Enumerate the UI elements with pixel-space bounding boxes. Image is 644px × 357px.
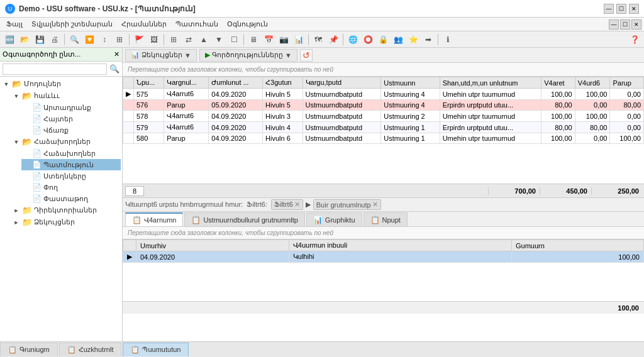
- main-table-container[interactable]: Նpu... Կargnul... Ժumlunut ... Հ3gutun Կ…: [123, 77, 644, 184]
- search-input[interactable]: [3, 63, 107, 75]
- tree-item-hayter[interactable]: 📄 Հայտեր: [21, 113, 121, 124]
- bottom-col-date[interactable]: Umurhiv: [136, 240, 289, 251]
- toolbar-open[interactable]: 📂: [18, 33, 31, 46]
- tree-expand-pogh[interactable]: [23, 184, 30, 191]
- menu-commands[interactable]: Հրամաններ: [118, 19, 170, 30]
- toolbar-chart[interactable]: 📊: [292, 33, 306, 46]
- search-icon[interactable]: 🔍: [109, 64, 119, 74]
- toolbar-grid[interactable]: ⊞: [167, 33, 180, 46]
- tree-expand-artadranq[interactable]: [23, 104, 30, 111]
- toolbar-new[interactable]: 🆕: [3, 33, 16, 46]
- filter-chip-2-close[interactable]: ✕: [372, 200, 378, 209]
- menu-minimize[interactable]: —: [609, 19, 619, 30]
- bottom-table-row[interactable]: ▶ 04.09.2020 Կulhihi 100,00: [123, 251, 644, 263]
- tree-expand-steghnikera[interactable]: [23, 172, 30, 180]
- col-header-v4a[interactable]: V4aret: [541, 77, 575, 89]
- actions-button[interactable]: ▶ Գործողությունները ▼: [199, 49, 297, 62]
- tree-item-patmutjun[interactable]: 📄 Պատմություն: [21, 159, 121, 170]
- tree-expand-phastatogh[interactable]: [23, 195, 30, 202]
- filter-chip-1[interactable]: Ֆiltrt6 ✕: [271, 199, 303, 210]
- tree-expand-direktorianer[interactable]: ►: [13, 207, 20, 214]
- menu-window[interactable]: Պատուհան: [172, 19, 222, 30]
- tree-item-vcharrk[interactable]: 📄 Վճառք: [21, 124, 121, 136]
- toolbar-arrow-r[interactable]: ➡: [421, 33, 435, 46]
- tree-expand-zekuycner[interactable]: ►: [13, 219, 20, 226]
- menu-close[interactable]: ✕: [631, 19, 641, 30]
- tree-item-artadranq[interactable]: 📄 Արտադրանք: [21, 102, 121, 113]
- menu-help[interactable]: Օգնություն: [223, 19, 272, 30]
- menu-restore[interactable]: ☐: [620, 19, 630, 30]
- tab-ustmuurndb[interactable]: 📋 Ustmuurndbullurul grutnumnltp: [184, 212, 304, 226]
- col-header-h[interactable]: Հ3gutun: [263, 77, 303, 89]
- tab-vakarnumn[interactable]: 📋 Վ4arnumn: [125, 212, 183, 226]
- tab-npupt[interactable]: 📋 Npupt: [364, 212, 408, 226]
- tree-item-direktorianer[interactable]: ► 📁 Դիրեկտորիաներ: [11, 204, 121, 216]
- toolbar-sort[interactable]: ↕: [97, 33, 111, 46]
- toolbar-image[interactable]: 🖼: [147, 33, 161, 46]
- toolbar-info[interactable]: ℹ: [441, 33, 455, 46]
- maximize-button[interactable]: ☐: [616, 4, 626, 14]
- col-header-date[interactable]: Ժumlunut ...: [209, 77, 263, 89]
- bottom-table-area[interactable]: Umurhiv Վ4uurmun inbuuli Gumuurn ▶ 04.09…: [123, 239, 644, 301]
- col-header-v4b[interactable]: V4urd6: [575, 77, 610, 89]
- toolbar-camera[interactable]: 📷: [277, 33, 291, 46]
- table-row[interactable]: 576 Parup 05.09.2020 Hivuln 5 Ustmuurndb…: [123, 100, 644, 111]
- table-row[interactable]: 580 Parup 04.09.2020 Hivuln 6 Ustmuurndb…: [123, 133, 644, 144]
- tree-item-hazakhogner[interactable]: 📄 Հաձախողներ: [21, 148, 121, 159]
- menu-file[interactable]: Ֆայլ: [3, 19, 26, 30]
- tree-item-hazakhordner[interactable]: ▼ 📂 Հաձախորդներ: [11, 136, 121, 148]
- tree-expand-patmutjun[interactable]: [23, 161, 30, 168]
- menu-database[interactable]: Տվյալների շտեմարան: [28, 19, 116, 30]
- filter-chip-1-close[interactable]: ✕: [294, 200, 300, 209]
- toolbar-star[interactable]: ⭐: [406, 33, 420, 46]
- col-header-uzh[interactable]: Ustmuunn: [381, 77, 440, 89]
- nav-tab-hazkhord[interactable]: 📋 Հuzkhutrnlt: [59, 343, 122, 356]
- reports-button[interactable]: 📊 Ձեկույցներ ▼: [125, 49, 197, 62]
- col-header-karg[interactable]: Կargu,tputd: [303, 77, 381, 89]
- table-row[interactable]: ▶ 575 Վ4arrut6 04.09.2020 Hivuln 5 Ustmu…: [123, 89, 644, 100]
- tree-expand-hayter[interactable]: [23, 115, 30, 123]
- tree-expand-hazakhogner[interactable]: [23, 150, 30, 157]
- toolbar-pin[interactable]: 📌: [326, 33, 340, 46]
- col-header-shan[interactable]: Shan,utd,m,un unlutnum: [440, 77, 541, 89]
- toolbar-box[interactable]: ☐: [227, 33, 241, 46]
- bottom-col-type[interactable]: Վ4uurmun inbuuli: [289, 240, 511, 251]
- refresh-button[interactable]: ↺: [300, 49, 313, 62]
- toolbar-help-right[interactable]: ❓: [628, 33, 641, 46]
- toolbar-flag[interactable]: 🚩: [132, 33, 146, 46]
- tree-item-pogh[interactable]: 📄 Փող: [21, 182, 121, 193]
- toolbar-up[interactable]: ▲: [197, 33, 211, 46]
- minimize-button[interactable]: —: [604, 4, 614, 14]
- toolbar-calendar[interactable]: 📅: [262, 33, 275, 46]
- nav-tab-gruniugm[interactable]: 📋 Գruniugm: [0, 343, 58, 356]
- toolbar-map[interactable]: 🗺: [311, 33, 325, 46]
- toolbar-lock[interactable]: 🔒: [376, 33, 390, 46]
- toolbar-users[interactable]: 👥: [391, 33, 405, 46]
- toolbar-arrows[interactable]: ⇄: [182, 33, 196, 46]
- bottom-col-amount[interactable]: Gumuurn: [512, 240, 644, 251]
- tree-expand-haevev[interactable]: ▼: [13, 92, 20, 100]
- filter-chip-2[interactable]: Buir grutnumlnutp ✕: [313, 199, 381, 210]
- col-header-par[interactable]: Parup: [610, 77, 644, 89]
- table-row[interactable]: 578 Վ4arrut6 04.09.2020 Hivuln 3 Ustmuur…: [123, 111, 644, 122]
- toolbar-search[interactable]: 🔍: [67, 33, 81, 46]
- tab-graphiktu[interactable]: 📊 Gruphiktu: [306, 212, 362, 226]
- col-header-n2[interactable]: Կargnul...: [164, 77, 209, 89]
- tree-item-zekuycner[interactable]: ► 📁 Ձեկույցներ: [11, 216, 121, 228]
- nav-tab-patmutjun[interactable]: 📋 Պuumututun: [123, 343, 189, 356]
- toolbar-print[interactable]: 🖨: [48, 33, 62, 46]
- tree-expand-modules[interactable]: ▼: [3, 80, 10, 88]
- tree-item-haevev[interactable]: ▼ 📂 հաևևւ: [11, 90, 121, 102]
- tree-expand-hazakhordner[interactable]: ▼: [13, 138, 20, 146]
- toolbar-save[interactable]: 💾: [33, 33, 47, 46]
- tree-item-phastatogh[interactable]: 📄 Փաստաթող: [21, 193, 121, 204]
- table-row[interactable]: 579 Վ4arrut6 04.09.2020 Hivuln 4 Ustmuur…: [123, 122, 644, 133]
- col-header-n1[interactable]: Նpu...: [134, 77, 164, 89]
- toolbar-globe[interactable]: 🌐: [346, 33, 360, 46]
- tree-item-steghnikera[interactable]: 📄 Ստեղնկերը: [21, 170, 121, 182]
- toolbar-group[interactable]: ⊞: [113, 33, 126, 46]
- toolbar-filter[interactable]: 🔽: [82, 33, 96, 46]
- tree-expand-vcharrk[interactable]: [23, 126, 30, 134]
- close-button[interactable]: ✕: [629, 4, 639, 14]
- tree-item-modules[interactable]: ▼ 📂 Մոդուլներ: [1, 78, 121, 90]
